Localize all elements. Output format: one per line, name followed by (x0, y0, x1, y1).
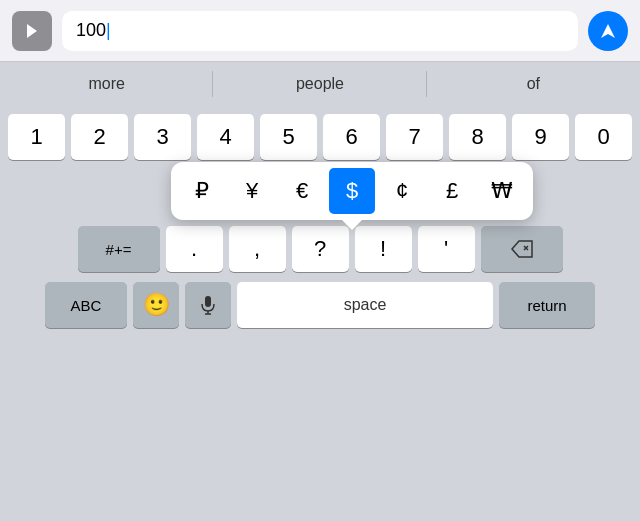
key-return[interactable]: return (499, 282, 595, 328)
send-button[interactable] (588, 11, 628, 51)
suggestions-bar: more people of (0, 62, 640, 106)
key-3[interactable]: 3 (134, 114, 191, 160)
key-emoji[interactable]: 🙂 (133, 282, 179, 328)
key-yen[interactable]: ¥ (229, 168, 275, 214)
text-input[interactable]: 100 (62, 11, 578, 51)
key-space[interactable]: space (237, 282, 493, 328)
svg-marker-0 (27, 24, 37, 38)
key-5[interactable]: 5 (260, 114, 317, 160)
key-1[interactable]: 1 (8, 114, 65, 160)
currency-popup: ₽ ¥ € $ ¢ £ ₩ (171, 162, 533, 220)
key-pound[interactable]: £ (429, 168, 475, 214)
key-cent[interactable]: ¢ (379, 168, 425, 214)
key-8[interactable]: 8 (449, 114, 506, 160)
key-won[interactable]: ₩ (479, 168, 525, 214)
symbol-row-1: - / : ₽ ¥ € $ ¢ £ ₩ & @ " (3, 170, 637, 216)
key-4[interactable]: 4 (197, 114, 254, 160)
suggestion-more[interactable]: more (0, 62, 213, 106)
key-apostrophe[interactable]: ' (418, 226, 475, 272)
svg-marker-1 (601, 24, 615, 38)
key-0[interactable]: 0 (575, 114, 632, 160)
key-9[interactable]: 9 (512, 114, 569, 160)
symbol-row-2: #+= . , ? ! ' (3, 226, 637, 272)
top-bar: 100 (0, 0, 640, 62)
chevron-button[interactable] (12, 11, 52, 51)
svg-rect-2 (205, 296, 211, 307)
key-period[interactable]: . (166, 226, 223, 272)
suggestion-of[interactable]: of (427, 62, 640, 106)
number-row: 1 2 3 4 5 6 7 8 9 0 (3, 114, 637, 160)
key-abc[interactable]: ABC (45, 282, 127, 328)
suggestion-people[interactable]: people (213, 62, 426, 106)
keyboard: 1 2 3 4 5 6 7 8 9 0 - / : ₽ ¥ € $ ¢ £ ₩ … (0, 106, 640, 338)
key-dollar[interactable]: $ (329, 168, 375, 214)
input-value: 100 (76, 20, 106, 41)
key-ruble[interactable]: ₽ (179, 168, 225, 214)
bottom-row: ABC 🙂 space return (3, 282, 637, 328)
key-euro[interactable]: € (279, 168, 325, 214)
key-7[interactable]: 7 (386, 114, 443, 160)
key-backspace[interactable] (481, 226, 563, 272)
key-mic[interactable] (185, 282, 231, 328)
key-exclaim[interactable]: ! (355, 226, 412, 272)
key-question[interactable]: ? (292, 226, 349, 272)
key-2[interactable]: 2 (71, 114, 128, 160)
key-hashplus[interactable]: #+= (78, 226, 160, 272)
key-6[interactable]: 6 (323, 114, 380, 160)
key-comma[interactable]: , (229, 226, 286, 272)
